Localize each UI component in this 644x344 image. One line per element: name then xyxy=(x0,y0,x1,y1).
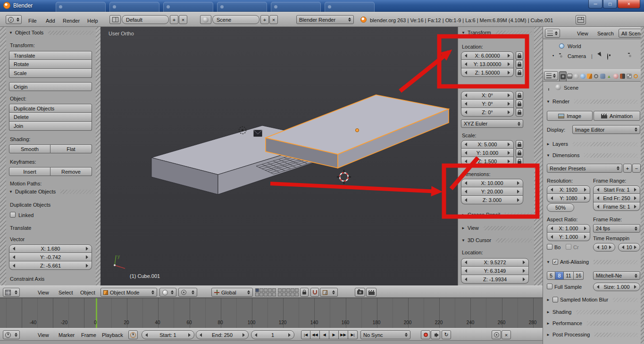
menu-add[interactable]: Add xyxy=(46,18,55,24)
increment-icon[interactable] xyxy=(517,190,521,193)
increment-icon[interactable] xyxy=(508,151,512,155)
layer-grid[interactable] xyxy=(278,288,299,296)
timeline-menu-view[interactable]: View xyxy=(38,332,49,338)
lock-location-x-button[interactable] xyxy=(516,51,523,60)
shade-flat-button[interactable]: Flat xyxy=(50,144,92,153)
increment-icon[interactable] xyxy=(508,71,512,75)
aa-samples-8-button[interactable]: 8 xyxy=(555,271,564,280)
aspect-x-field[interactable]: X: 1.000 xyxy=(547,224,590,233)
lock-rotation-z-button[interactable] xyxy=(516,108,523,117)
remove-keyframe-button[interactable]: Remove xyxy=(50,167,92,176)
motion-blur-checkbox[interactable] xyxy=(552,297,558,302)
scale-y-field[interactable]: Y: 10.000 xyxy=(461,149,514,157)
layer-cell[interactable] xyxy=(272,288,276,292)
dimension-z-field[interactable]: Z: 3.000 xyxy=(461,196,523,204)
dimension-y-field[interactable]: Y: 20.000 xyxy=(461,187,523,196)
vector-x-field[interactable]: X: 1.680 xyxy=(9,244,92,253)
add-layout-button[interactable]: + xyxy=(170,15,178,24)
scene-browse-button[interactable] xyxy=(200,15,211,24)
sync-dropdown[interactable]: No Sync xyxy=(360,330,410,339)
layer-cell[interactable] xyxy=(264,293,268,296)
frame-rate-dropdown[interactable]: 24 fps xyxy=(593,224,640,233)
increment-icon[interactable] xyxy=(634,245,638,249)
outliner-editor-selector[interactable] xyxy=(545,29,560,38)
aa-samples-11-button[interactable]: 11 xyxy=(564,271,574,280)
layer-cell[interactable] xyxy=(259,288,263,292)
panel-header-anti-aliasing[interactable]: ▼ ✓ Anti-Aliasing xyxy=(546,259,637,265)
menu-help[interactable]: Help xyxy=(87,18,98,24)
editor-type-selector[interactable]: i xyxy=(6,15,22,24)
decrement-icon[interactable] xyxy=(463,71,467,75)
frame-start-field[interactable]: Start Fra: 1 xyxy=(593,185,640,194)
lock-location-z-button[interactable] xyxy=(516,68,523,77)
location-z-field[interactable]: Z: 1.50000 xyxy=(461,68,514,77)
rotation-y-field[interactable]: Y: 0° xyxy=(461,100,514,108)
increment-icon[interactable] xyxy=(508,143,512,146)
decrement-icon[interactable] xyxy=(595,285,599,289)
cursor-3d-icon[interactable] xyxy=(337,170,351,184)
border-checkbox[interactable] xyxy=(547,244,552,250)
maximize-button[interactable]: □ xyxy=(603,0,617,8)
audio-scrub-button[interactable] xyxy=(431,330,440,339)
layer-cell[interactable] xyxy=(282,293,286,296)
decrement-icon[interactable] xyxy=(463,198,467,202)
keying-set-button[interactable] xyxy=(492,330,501,339)
increment-icon[interactable] xyxy=(288,333,293,337)
timeline-menu-frame[interactable]: Frame xyxy=(81,332,96,338)
lock-scale-z-button[interactable] xyxy=(516,157,523,166)
resolution-percentage-field[interactable]: 50% xyxy=(547,203,574,212)
jump-to-end-button[interactable]: ▶| xyxy=(348,330,358,339)
lock-rotation-y-button[interactable] xyxy=(516,100,523,108)
decrement-icon[interactable] xyxy=(463,269,467,273)
play-reverse-button[interactable]: ◀ xyxy=(320,330,329,339)
view3d-menu-view[interactable]: View xyxy=(38,290,49,295)
rotation-mode-dropdown[interactable]: XYZ Euler xyxy=(461,119,523,128)
remap-old-field[interactable]: 10 xyxy=(593,243,615,252)
record-button[interactable] xyxy=(421,330,430,339)
mode-dropdown[interactable]: Object Mode xyxy=(100,288,157,297)
aspect-y-field[interactable]: Y: 1.000 xyxy=(547,233,590,241)
decrement-icon[interactable] xyxy=(595,205,599,209)
layer-cell[interactable] xyxy=(286,288,290,292)
increment-icon[interactable] xyxy=(584,227,588,230)
panel-header-duplicate-objects[interactable]: ▼ Duplicate Objects xyxy=(8,189,93,194)
increment-icon[interactable] xyxy=(508,102,512,106)
join-button[interactable]: Join xyxy=(9,122,92,131)
increment-icon[interactable] xyxy=(86,247,90,251)
decrement-icon[interactable] xyxy=(549,188,553,192)
increment-icon[interactable] xyxy=(188,333,192,337)
camera-object-icon[interactable] xyxy=(254,130,262,136)
minimize-button[interactable]: ─ xyxy=(588,0,602,8)
decrement-icon[interactable] xyxy=(463,93,467,97)
panel-header-transform[interactable]: ▼ Transform xyxy=(461,30,532,35)
increment-icon[interactable] xyxy=(523,260,527,264)
layer-cell[interactable] xyxy=(264,288,268,292)
panel-header-dimensions[interactable]: ▼ Dimensions xyxy=(546,152,637,158)
aa-filter-dropdown[interactable]: Mitchell-Ne xyxy=(593,271,640,280)
decrement-icon[interactable] xyxy=(595,196,599,200)
layer-cell[interactable] xyxy=(272,293,276,296)
lock-rotation-x-button[interactable] xyxy=(516,91,523,100)
location-x-field[interactable]: X: 6.00000 xyxy=(461,51,514,60)
region-divider[interactable] xyxy=(96,27,100,285)
lock-layers-button[interactable] xyxy=(300,288,309,297)
cursor-y-field[interactable]: Y: 6.3149 xyxy=(461,267,529,275)
aa-samples-16-button[interactable]: 16 xyxy=(574,271,584,280)
menu-file[interactable]: File xyxy=(28,18,37,24)
opengl-render-button[interactable] xyxy=(355,288,365,297)
rotation-z-field[interactable]: Z: 0° xyxy=(461,108,514,117)
window-duplicate-button[interactable] xyxy=(576,15,586,25)
viewport-shading-dropdown[interactable] xyxy=(159,288,176,297)
layer-cell[interactable] xyxy=(255,288,259,292)
insert-keyframe-button[interactable]: Insert xyxy=(9,167,50,176)
aa-samples-5-button[interactable]: 5 xyxy=(547,271,555,280)
layer-grid[interactable] xyxy=(255,288,276,296)
delete-button[interactable]: Delete xyxy=(9,113,92,122)
location-y-field[interactable]: Y: 13.00000 xyxy=(461,60,514,68)
origin-button[interactable]: Origin xyxy=(9,82,92,91)
decrement-icon[interactable] xyxy=(463,277,467,281)
layer-cell[interactable] xyxy=(268,293,272,296)
layer-cell[interactable] xyxy=(295,293,299,296)
decrement-icon[interactable] xyxy=(549,196,553,200)
decrement-icon[interactable] xyxy=(463,102,467,106)
